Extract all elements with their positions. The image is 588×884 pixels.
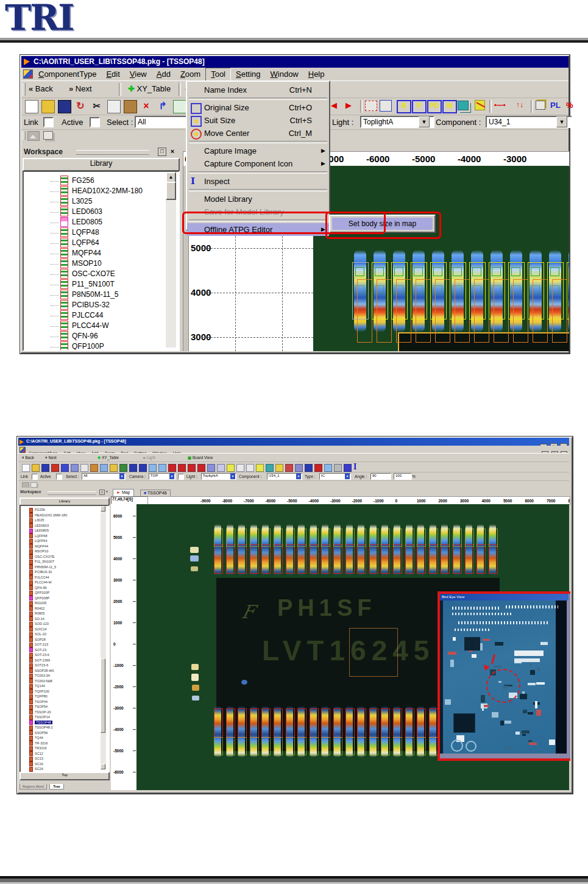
next-button[interactable]: » Next: [69, 84, 92, 93]
tree-item-r0805[interactable]: R0805: [29, 611, 44, 616]
light-dropdown-button[interactable]: ▼: [230, 473, 235, 479]
tree-item-msop10[interactable]: MSOP10: [51, 258, 102, 269]
menu-edit[interactable]: Edit: [101, 68, 124, 80]
titlebar-1[interactable]: C:\AOI\TRI_USER_LIB\TSSOP48.pkg - [TSSOP…: [21, 56, 569, 68]
tree-item-sc24[interactable]: SC24: [29, 766, 43, 772]
toolbar-icon[interactable]: [129, 464, 137, 472]
layers-icon[interactable]: [30, 482, 37, 488]
tree-item-lqfp48[interactable]: LQFP48: [29, 533, 47, 539]
tree-item-ssop28-w0[interactable]: SSOP28-W0: [29, 668, 54, 674]
tree-item-qfp208p[interactable]: QFP208P: [29, 596, 49, 601]
tree-item-tq144[interactable]: TQ144: [29, 683, 45, 689]
refresh-icon[interactable]: ↻: [74, 100, 87, 112]
cut-icon[interactable]: ✂: [91, 100, 103, 112]
toolbar-icon[interactable]: [110, 464, 118, 472]
pl-button[interactable]: PL: [550, 101, 561, 110]
tree-item-tssop48[interactable]: TSSOP48: [29, 720, 52, 725]
tree-item-mqfp44[interactable]: MQFP44: [51, 248, 101, 258]
tree-item-l3025[interactable]: L3025: [29, 518, 44, 523]
tree-item-tr-3216[interactable]: TR-3216: [29, 741, 48, 746]
toolbar-icon[interactable]: [22, 464, 30, 472]
tree-item-sot23-6[interactable]: SOT23-6: [29, 663, 48, 668]
type-dropdown-button[interactable]: ▼: [345, 473, 350, 479]
menu-help[interactable]: Help: [303, 68, 330, 80]
tree-item-soic14[interactable]: SOIC14: [29, 627, 47, 632]
tree-item-pcibus-32[interactable]: PCIBUS-32: [51, 300, 110, 310]
tree-item-qfn-96[interactable]: QFN-96: [29, 585, 47, 591]
tab-tree[interactable]: Tree: [49, 784, 63, 790]
tree-scrollbar[interactable]: [101, 506, 106, 769]
tree-item-qfn-96[interactable]: QFN-96: [51, 331, 98, 341]
light-checkbox[interactable]: [178, 474, 184, 480]
toolbar-icon[interactable]: [275, 464, 283, 472]
toolbar-icon[interactable]: [295, 464, 303, 472]
tree-item-p8n50m-11_5[interactable]: P8N50M-11_5: [29, 565, 56, 570]
scroll-up-button[interactable]: [101, 506, 105, 512]
tree-item-ssop56[interactable]: SSOP56: [29, 730, 48, 736]
menu-setting[interactable]: Setting: [231, 68, 265, 80]
toolbar-icon[interactable]: [61, 464, 69, 472]
bird-eye-titlebar[interactable]: Bird Eye View: [440, 594, 569, 601]
scroll-thumb[interactable]: [101, 658, 105, 733]
inspect-icon[interactable]: I: [353, 463, 357, 471]
tree-item-sc13[interactable]: SC13: [29, 756, 43, 761]
tree-item-tqfp100[interactable]: TQFP100: [29, 689, 49, 694]
tool-letter-button-b[interactable]: B: [397, 100, 411, 113]
tool-menu-item-model-library[interactable]: Model Library: [187, 193, 329, 205]
toolbar-icon[interactable]: [305, 464, 313, 472]
tool-letter-button-p[interactable]: P: [412, 100, 427, 113]
library-tab-button[interactable]: Library: [23, 158, 180, 171]
toolbar-grip[interactable]: [23, 83, 26, 96]
link-checkbox[interactable]: [43, 117, 54, 127]
move-component-icon[interactable]: [173, 100, 186, 113]
light-toolbar-button[interactable]: ■ Light: [143, 455, 155, 460]
toolbar-icon[interactable]: [90, 464, 98, 472]
tree-item-lqfp64[interactable]: LQFP64: [29, 538, 47, 544]
new-file-icon[interactable]: [25, 100, 38, 113]
workspace-restore-button[interactable]: □: [99, 490, 105, 495]
workspace-close-button[interactable]: ×: [169, 148, 176, 155]
light-dropdown-button[interactable]: ▼: [419, 116, 430, 127]
menu-window[interactable]: Window: [266, 68, 303, 80]
toolbar-icon[interactable]: [51, 464, 59, 472]
tree-item-to263-3a[interactable]: TO263-3A: [29, 673, 50, 679]
menu-view[interactable]: View: [125, 68, 152, 80]
toolbar-icon[interactable]: [314, 464, 322, 472]
toolbar-icon[interactable]: [227, 464, 235, 472]
workspace-close-button[interactable]: ×: [105, 490, 109, 494]
tool-menu-item-move-center[interactable]: Move CenterCtrl_M: [187, 127, 329, 140]
tree-item-r0402[interactable]: R0402: [29, 606, 44, 611]
tree-item-sot-23[interactable]: SOT-23: [29, 647, 46, 653]
tree-item-led0805[interactable]: LED0805: [29, 528, 49, 533]
tree-scrollbar[interactable]: ▲: [166, 172, 176, 348]
toolbar-icon[interactable]: [139, 464, 147, 472]
pad-link-icon[interactable]: [365, 101, 377, 111]
tree-item-r01005[interactable]: R01005: [29, 601, 46, 606]
toolbar-icon[interactable]: [188, 464, 196, 472]
next-arrow-button[interactable]: ▶: [345, 101, 352, 110]
tree-item-tq44[interactable]: TQ44: [29, 735, 43, 741]
board-view-button[interactable]: ▣ Board View: [188, 455, 213, 460]
toolbar-icon[interactable]: [119, 464, 127, 472]
component-dropdown-button[interactable]: ▼: [296, 473, 301, 479]
tool-letter-button-pd[interactable]: PD: [427, 100, 442, 113]
toolbar-icon[interactable]: [285, 464, 293, 472]
toolbar-grip[interactable]: [23, 131, 26, 140]
select-dropdown-button[interactable]: ▼: [119, 473, 124, 479]
layers-icon[interactable]: [43, 131, 53, 140]
prev-arrow-button[interactable]: ◀: [331, 101, 337, 110]
tree-item-tsop54[interactable]: TSOP54: [29, 704, 48, 710]
toolbar-icon[interactable]: [256, 464, 264, 472]
xy-table-button[interactable]: ✚ XY_Table: [97, 455, 119, 460]
paste-icon[interactable]: [124, 100, 137, 113]
workspace-restore-button[interactable]: □: [158, 148, 166, 156]
tree-item-pcibus-32[interactable]: PCIBUS-32: [29, 569, 52, 575]
tree-item-head10x2-2mm-180[interactable]: HEAD10X2-2MM-180: [29, 513, 67, 518]
scroll-thumb[interactable]: [166, 182, 176, 200]
tree-item-pjlcc44[interactable]: PJLCC44: [29, 575, 49, 580]
tool-menu-item-inspect[interactable]: IInspect: [187, 175, 329, 188]
tree-item-plcc44-w[interactable]: PLCC44-W: [29, 580, 52, 585]
tree-item-qfp100p[interactable]: QFP100P: [29, 590, 49, 596]
tree-item-to263-5&b[interactable]: TO263-5&B: [29, 679, 52, 684]
tree-item-mqfp44[interactable]: MQFP44: [29, 544, 48, 549]
